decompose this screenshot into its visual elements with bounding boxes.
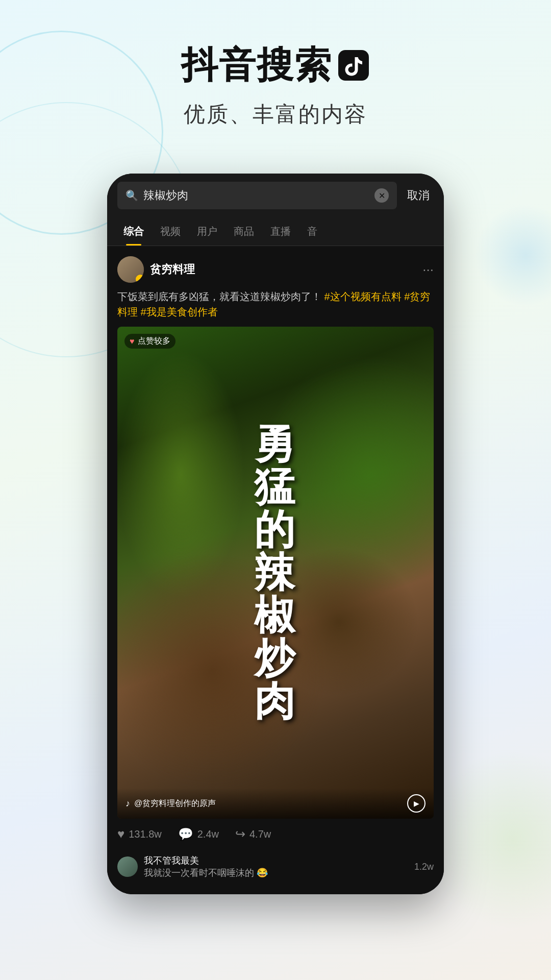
author-avatar[interactable]: ✓: [117, 256, 144, 283]
tab-bar: 综合 视频 用户 商品 直播 音: [107, 217, 444, 246]
like-count: 131.8w: [129, 828, 162, 840]
search-input-box[interactable]: 🔍 辣椒炒肉 ✕: [117, 182, 397, 209]
app-subtitle: 优质、丰富的内容: [0, 100, 551, 129]
post-card: ✓ 贫穷料理 ··· 下饭菜到底有多凶猛，就看这道辣椒炒肉了！ #这个视频有点料…: [117, 256, 434, 884]
app-title-row: 抖音搜索: [0, 41, 551, 90]
comment-icon: 💬: [178, 827, 193, 841]
app-title: 抖音搜索: [181, 41, 332, 90]
video-source-label: ♪ @贫穷料理创作的原声: [126, 798, 216, 809]
commenter-avatar: [117, 856, 138, 877]
search-bar-row: 🔍 辣椒炒肉 ✕ 取消: [107, 174, 444, 217]
like-count-item[interactable]: ♥ 131.8w: [117, 827, 162, 841]
engagement-row: ♥ 131.8w 💬 2.4w ↪ 4.7w: [117, 827, 434, 841]
search-cancel-button[interactable]: 取消: [403, 188, 434, 203]
badge-label: 点赞较多: [138, 336, 170, 347]
share-count-item[interactable]: ↪ 4.7w: [235, 827, 271, 841]
search-clear-button[interactable]: ✕: [374, 188, 389, 203]
video-thumbnail[interactable]: 勇猛的辣椒炒肉 ♥ 点赞较多 ♪ @贫穷料理创作的原声 ▶: [117, 327, 434, 819]
tab-audio[interactable]: 音: [299, 217, 325, 246]
header-section: 抖音搜索 优质、丰富的内容: [0, 0, 551, 149]
commenter-name: 我不管我最美: [144, 854, 408, 867]
content-area: ✓ 贫穷料理 ··· 下饭菜到底有多凶猛，就看这道辣椒炒肉了！ #这个视频有点料…: [107, 246, 444, 894]
share-count: 4.7w: [249, 828, 271, 840]
comment-preview-row: 我不管我最美 我就没一次看时不咽唾沫的 😂 1.2w: [117, 849, 434, 884]
more-options-button[interactable]: ···: [422, 262, 434, 278]
post-description: 下饭菜到底有多凶猛，就看这道辣椒炒肉了！ #这个视频有点料 #贫穷料理 #我是美…: [117, 289, 434, 320]
author-name[interactable]: 贫穷料理: [150, 262, 195, 277]
search-query-text: 辣椒炒肉: [143, 188, 369, 203]
video-popular-badge: ♥ 点赞较多: [124, 334, 176, 349]
play-button[interactable]: ▶: [407, 794, 425, 813]
tiktok-logo-icon: [337, 49, 370, 82]
video-title-overlay: 勇猛的辣椒炒肉: [117, 327, 434, 819]
verified-badge: ✓: [136, 275, 144, 283]
tab-live[interactable]: 直播: [262, 217, 299, 246]
phone-mockup: 🔍 辣椒炒肉 ✕ 取消 综合 视频 用户 商品 直播 音: [107, 174, 444, 894]
tab-product[interactable]: 商品: [226, 217, 262, 246]
share-icon: ↪: [235, 827, 245, 841]
post-header: ✓ 贫穷料理 ···: [117, 256, 434, 283]
comment-count: 2.4w: [197, 828, 219, 840]
comment-content: 我不管我最美 我就没一次看时不咽唾沫的 😂: [144, 854, 408, 879]
comment-count-item[interactable]: 💬 2.4w: [178, 827, 219, 841]
video-bottom-bar: ♪ @贫穷料理创作的原声 ▶: [117, 788, 434, 819]
tab-video[interactable]: 视频: [152, 217, 189, 246]
svg-rect-0: [338, 50, 369, 81]
badge-heart-icon: ♥: [130, 337, 135, 346]
bg-decoration-blob-2: [474, 204, 551, 306]
tab-user[interactable]: 用户: [189, 217, 226, 246]
comment-like-count: 1.2w: [414, 862, 434, 872]
tab-comprehensive[interactable]: 综合: [115, 217, 152, 246]
post-author-row: ✓ 贫穷料理: [117, 256, 195, 283]
search-icon: 🔍: [126, 189, 138, 202]
heart-icon: ♥: [117, 827, 124, 841]
comment-text: 我就没一次看时不咽唾沫的 😂: [144, 867, 408, 879]
tiktok-small-icon: ♪: [126, 798, 130, 809]
